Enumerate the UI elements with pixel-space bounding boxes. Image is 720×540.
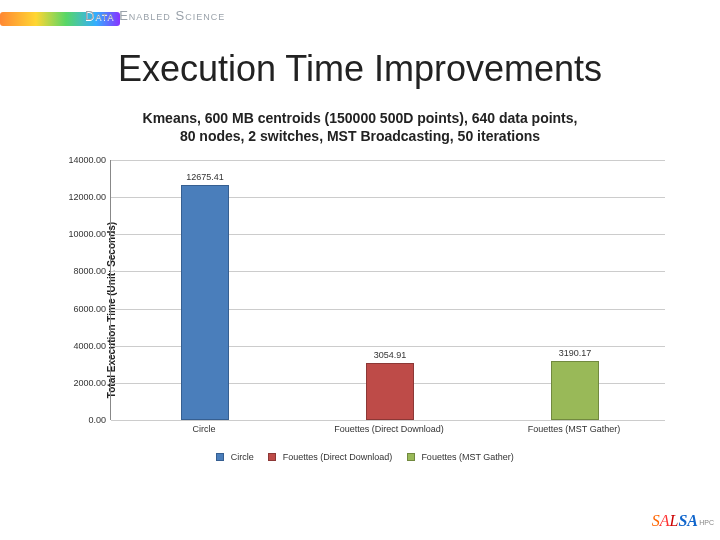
brand-text: Data Enabled Science [85,8,225,23]
legend: Circle Fouettes (Direct Download) Fouett… [55,452,675,462]
bar-fill: 3054.91 [366,363,414,420]
x-category: Fouettes (MST Gather) [484,424,664,434]
subtitle-line-2: 80 nodes, 2 switches, MST Broadcasting, … [180,128,540,144]
bar-chart: Total Execution Time (Unit: Seconds) 0.0… [55,160,675,460]
legend-label: Circle [231,452,254,462]
bar-value-label: 3190.17 [559,348,592,358]
bar-value-label: 12675.41 [186,172,224,182]
bar-fill: 12675.41 [181,185,229,420]
legend-swatch-icon [216,453,224,461]
bar-fill: 3190.17 [551,361,599,420]
gridline [111,160,665,161]
legend-item: Fouettes (Direct Download) [268,452,392,462]
y-tick: 10000.00 [56,229,106,239]
y-tick: 12000.00 [56,192,106,202]
bar-value-label: 3054.91 [374,350,407,360]
x-category: Fouettes (Direct Download) [299,424,479,434]
legend-item: Fouettes (MST Gather) [407,452,514,462]
y-tick: 0.00 [56,415,106,425]
legend-item: Circle [216,452,254,462]
y-tick: 6000.00 [56,304,106,314]
logo-letter: A [660,512,670,529]
y-tick: 4000.00 [56,341,106,351]
legend-label: Fouettes (MST Gather) [421,452,513,462]
y-tick: 8000.00 [56,266,106,276]
chart-subtitle: Kmeans, 600 MB centroids (150000 500D po… [60,110,660,145]
slide: Data Enabled Science Execution Time Impr… [0,0,720,540]
slide-title: Execution Time Improvements [0,48,720,90]
footer-logo: SALSA [652,512,698,530]
subtitle-line-1: Kmeans, 600 MB centroids (150000 500D po… [143,110,578,126]
logo-letter: SA [678,512,698,529]
y-tick: 14000.00 [56,155,106,165]
x-category: Circle [114,424,294,434]
gridline [111,420,665,421]
y-tick: 2000.00 [56,378,106,388]
legend-label: Fouettes (Direct Download) [283,452,393,462]
logo-letter: S [652,512,660,529]
plot-area: 0.00 2000.00 4000.00 6000.00 8000.00 100… [110,160,665,420]
footer-sub: HPC [699,519,714,526]
legend-swatch-icon [407,453,415,461]
legend-swatch-icon [268,453,276,461]
